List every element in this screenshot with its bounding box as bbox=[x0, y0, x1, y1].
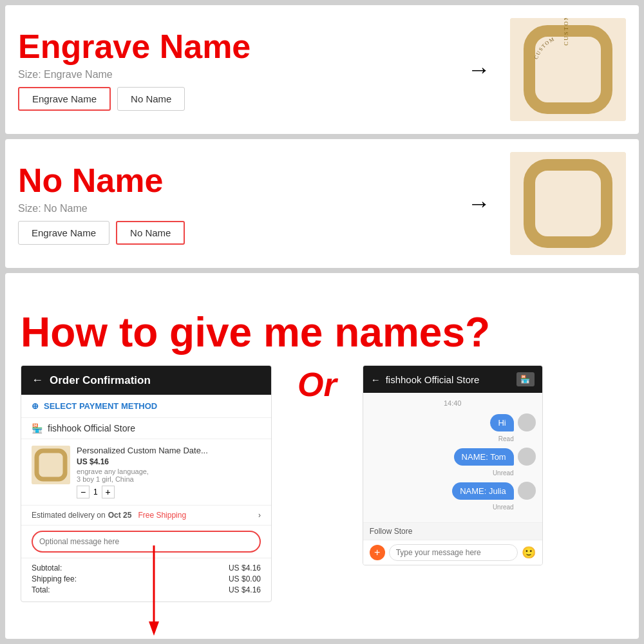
panel2-btn-noname[interactable]: No Name bbox=[116, 221, 185, 245]
total-label: Total: bbox=[32, 585, 50, 594]
chat-avatar-2 bbox=[518, 448, 536, 466]
main-container: Engrave Name Size: Engrave Name Engrave … bbox=[0, 0, 644, 644]
delivery-label: Estimated delivery on bbox=[32, 511, 106, 520]
panel1-content: Engrave Name Size: Engrave Name Engrave … bbox=[18, 28, 455, 111]
svg-text:CUSTOM: CUSTOM bbox=[563, 18, 569, 46]
store-name: fishhook Official Store bbox=[48, 423, 135, 433]
panel1-size-value: Engrave Name bbox=[44, 69, 113, 80]
chat-add-btn[interactable]: + bbox=[370, 545, 385, 560]
chat-bubble-julia: NAME: Julia bbox=[452, 482, 514, 500]
qty-minus[interactable]: − bbox=[77, 486, 90, 498]
order-mockup-wrapper: ← Order Confirmation ⊕ SELECT PAYMENT ME… bbox=[21, 365, 272, 602]
chat-emoji-icon[interactable]: 🙂 bbox=[522, 545, 536, 560]
free-shipping: Free Shipping bbox=[138, 511, 186, 520]
panel2-arrow: → bbox=[468, 190, 497, 217]
product-desc1: engrave any language, bbox=[77, 468, 261, 475]
total-value: US $4.16 bbox=[229, 585, 261, 594]
panel-no-name: No Name Size: No Name Engrave Name No Na… bbox=[5, 139, 639, 268]
panel1-size-label: Size: Engrave Name bbox=[18, 69, 455, 80]
order-header: ← Order Confirmation bbox=[21, 366, 271, 395]
panel2-btn-engrave[interactable]: Engrave Name bbox=[18, 221, 109, 245]
product-thumb-svg bbox=[32, 446, 70, 484]
ring1-svg: CUSTOM CUSTOM bbox=[510, 18, 626, 121]
panel2-arrow-icon: → bbox=[468, 190, 491, 217]
chat-status-tom: Unread bbox=[370, 469, 536, 477]
panel2-size-label: Size: No Name bbox=[18, 203, 455, 214]
product-info: Personalized Custom Name Date... US $4.1… bbox=[77, 446, 261, 498]
shipping-label: Shipping fee: bbox=[32, 574, 77, 583]
qty-row: − 1 + bbox=[77, 486, 261, 498]
panel2-size-value: No Name bbox=[44, 203, 88, 214]
panel2-title: No Name bbox=[18, 162, 455, 199]
panel2-size-key: Size: bbox=[18, 203, 41, 214]
chat-input[interactable] bbox=[389, 544, 518, 561]
payment-section: ⊕ SELECT PAYMENT METHOD bbox=[21, 395, 271, 418]
payment-row: ⊕ SELECT PAYMENT METHOD bbox=[32, 401, 261, 411]
panel1-btn-noname[interactable]: No Name bbox=[117, 87, 185, 111]
panel1-title: Engrave Name bbox=[18, 28, 455, 65]
product-price: US $4.16 bbox=[77, 457, 261, 466]
delivery-row: Estimated delivery on Oct 25 Free Shippi… bbox=[21, 506, 271, 526]
product-title: Personalized Custom Name Date... bbox=[77, 446, 261, 455]
chat-time: 14:40 bbox=[370, 399, 536, 407]
chat-store-icon: 🏪 bbox=[516, 372, 535, 386]
panel2-btn-row: Engrave Name No Name bbox=[18, 221, 455, 245]
chat-msg-julia-row: NAME: Julia bbox=[370, 482, 536, 500]
product-thumb bbox=[32, 446, 70, 484]
order-header-title: Order Confirmation bbox=[50, 374, 151, 387]
payment-label: SELECT PAYMENT METHOD bbox=[44, 401, 157, 411]
ring2-svg bbox=[510, 152, 626, 255]
product-desc2: 3 boy 1 girl, China bbox=[77, 475, 261, 483]
panel1-size-key: Size: bbox=[18, 69, 41, 80]
chat-bubble-hi: Hi bbox=[490, 414, 513, 431]
panel-how-to: How to give me names? ← Order Confirmati… bbox=[5, 273, 639, 639]
chat-header: ← fishhook Official Store 🏪 bbox=[363, 366, 542, 393]
panel-engrave-name: Engrave Name Size: Engrave Name Engrave … bbox=[5, 5, 639, 134]
panel3-title: How to give me names? bbox=[21, 310, 623, 355]
chat-msg-tom-row: NAME: Tom bbox=[370, 448, 536, 466]
panel1-arrow: → bbox=[468, 56, 497, 83]
red-arrow-svg bbox=[144, 545, 164, 636]
panel3-inner: How to give me names? ← Order Confirmati… bbox=[21, 310, 623, 602]
chat-bubble-tom: NAME: Tom bbox=[454, 448, 514, 466]
subtotal-label: Subtotal: bbox=[32, 564, 62, 573]
svg-marker-9 bbox=[149, 621, 159, 636]
payment-icon: ⊕ bbox=[32, 401, 39, 411]
panel1-btn-engrave[interactable]: Engrave Name bbox=[18, 87, 111, 111]
chat-mockup: ← fishhook Official Store 🏪 14:40 Hi Rea… bbox=[363, 365, 543, 565]
subtotal-value: US $4.16 bbox=[229, 564, 261, 573]
chat-status-julia: Unread bbox=[370, 504, 536, 511]
product-row: Personalized Custom Name Date... US $4.1… bbox=[21, 439, 271, 506]
panel3-body: ← Order Confirmation ⊕ SELECT PAYMENT ME… bbox=[21, 365, 623, 602]
qty-plus[interactable]: + bbox=[102, 486, 115, 498]
store-row: 🏪 fishhook Official Store bbox=[21, 418, 271, 439]
chat-body: 14:40 Hi Read NAME: Tom Unread bbox=[363, 393, 542, 522]
delivery-chevron: › bbox=[258, 511, 261, 520]
chat-store-name: fishhook Official Store bbox=[386, 374, 480, 385]
panel2-ring-image bbox=[510, 152, 626, 255]
chat-status-hi: Read bbox=[370, 435, 536, 442]
store-icon: 🏪 bbox=[32, 423, 43, 433]
delivery-date: Oct 25 bbox=[108, 511, 132, 520]
chat-input-row: + 🙂 bbox=[363, 540, 542, 565]
qty-value: 1 bbox=[93, 488, 98, 497]
chat-msg-hi-row: Hi bbox=[370, 413, 536, 431]
follow-store: Follow Store bbox=[363, 522, 542, 540]
panel1-ring-image: CUSTOM CUSTOM bbox=[510, 18, 626, 121]
chat-avatar-3 bbox=[518, 482, 536, 500]
chat-back-arrow[interactable]: ← bbox=[371, 374, 381, 385]
shipping-value: US $0.00 bbox=[229, 574, 261, 583]
or-text: Or bbox=[285, 365, 350, 404]
chat-avatar-1 bbox=[518, 413, 536, 431]
panel2-content: No Name Size: No Name Engrave Name No Na… bbox=[18, 162, 455, 245]
order-back-arrow[interactable]: ← bbox=[32, 374, 43, 387]
panel1-btn-row: Engrave Name No Name bbox=[18, 87, 455, 111]
panel1-arrow-icon: → bbox=[468, 56, 491, 83]
